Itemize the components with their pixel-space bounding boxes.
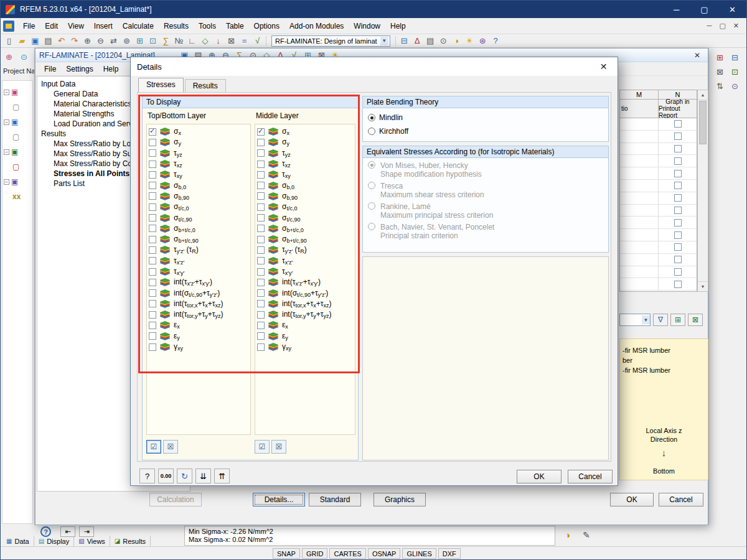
stress-option-row[interactable]: εx <box>255 320 355 330</box>
checkbox[interactable] <box>149 279 156 286</box>
checkbox[interactable] <box>257 225 265 232</box>
menu-calculate[interactable]: Calculate <box>118 19 159 33</box>
import-settings-button[interactable]: ⇊ <box>195 469 211 483</box>
stress-option-row[interactable]: int(τtor,x+τx+τxz) <box>255 299 355 309</box>
tree-node[interactable]: −▣ <box>4 144 31 159</box>
checkbox[interactable] <box>149 139 156 146</box>
mesh-icon[interactable]: ⊠ <box>225 35 238 47</box>
menu-view[interactable]: View <box>63 19 89 33</box>
tree-node[interactable]: −▣ <box>4 174 31 189</box>
rotate-view-icon[interactable]: ⊚ <box>120 35 133 47</box>
checkbox[interactable] <box>674 243 682 251</box>
surface-icon[interactable]: ◇ <box>199 35 212 47</box>
checkbox[interactable] <box>149 225 156 232</box>
stress-option-row[interactable]: σt/c,90 <box>147 212 250 223</box>
module-menu-file[interactable]: File <box>39 63 61 75</box>
print-icon[interactable]: ▤ <box>42 35 55 47</box>
side-results-icon[interactable]: ⊡ <box>728 65 741 78</box>
grid-icon[interactable]: ⊞ <box>133 35 146 47</box>
column-header-m[interactable]: M <box>619 90 659 100</box>
tree-node[interactable]: −▣ <box>4 85 31 100</box>
modules-icon[interactable]: ⊛ <box>476 35 489 47</box>
status-toggle-dxf[interactable]: DXF <box>438 548 461 559</box>
checkbox[interactable] <box>149 246 156 254</box>
stress-option-row[interactable]: γxy <box>255 342 355 352</box>
details-button[interactable]: Details... <box>253 493 305 506</box>
checkbox[interactable] <box>149 128 156 136</box>
tables-icon[interactable]: ⊟ <box>398 35 411 47</box>
stress-option-row[interactable]: int(τtor,y+τy+τyz) <box>147 309 250 320</box>
stress-option-row[interactable]: int(τx'z'+τx'y') <box>255 277 355 287</box>
tab-results[interactable]: Results <box>185 79 226 92</box>
checkbox[interactable] <box>257 192 265 200</box>
render-icon[interactable]: ◑ <box>450 35 463 47</box>
close-button[interactable]: ✕ <box>718 1 746 18</box>
stress-option-row[interactable]: σb,90 <box>147 191 250 202</box>
checkbox[interactable] <box>674 157 682 165</box>
ok-button[interactable]: OK <box>610 493 654 506</box>
stress-option-row[interactable]: σb,90 <box>255 191 355 202</box>
radio-mindlin[interactable]: Mindlin <box>368 111 608 124</box>
menu-options[interactable]: Options <box>249 19 284 33</box>
checkbox[interactable] <box>149 171 156 179</box>
stress-option-row[interactable]: τx'z' <box>255 256 355 266</box>
expander-icon[interactable]: − <box>4 119 9 125</box>
tab-stresses[interactable]: Stresses <box>138 78 184 92</box>
ok-button[interactable]: OK <box>517 470 561 483</box>
checkbox[interactable] <box>257 279 265 286</box>
checkbox[interactable] <box>674 145 682 152</box>
menu-window[interactable]: Window <box>349 19 385 33</box>
pan-icon[interactable]: ⇄ <box>107 35 120 47</box>
stress-option-row[interactable]: τx'z' <box>147 256 250 266</box>
help-icon[interactable]: ? <box>489 35 502 47</box>
undo-icon[interactable]: ↶ <box>55 35 68 47</box>
new-model-icon[interactable]: ⊕ <box>2 50 16 63</box>
open-model-icon[interactable]: ⊙ <box>17 50 31 63</box>
scroll-down-icon[interactable]: ▼ <box>698 281 708 291</box>
numbering-icon[interactable]: № <box>172 35 186 47</box>
zoom-in-icon[interactable]: ⊕ <box>81 35 94 47</box>
excel-export-button[interactable]: ⊠ <box>688 314 703 326</box>
close-icon[interactable]: ✕ <box>690 51 704 60</box>
checkbox[interactable] <box>149 182 156 189</box>
status-toggle-glines[interactable]: GLINES <box>402 548 436 559</box>
checkbox[interactable] <box>257 257 265 264</box>
stress-option-row[interactable]: τyz <box>255 148 355 159</box>
checkbox[interactable] <box>257 236 265 243</box>
standard-button[interactable]: Standard <box>309 493 361 506</box>
status-toggle-cartes[interactable]: CARTES <box>329 548 365 559</box>
stress-option-row[interactable]: τy'z' (τR) <box>255 245 355 255</box>
menu-file[interactable]: File <box>18 19 40 33</box>
checkbox[interactable] <box>149 311 156 319</box>
checkbox[interactable] <box>257 149 265 157</box>
panel-tab-data[interactable]: ▦Data <box>2 536 34 546</box>
stress-option-row[interactable]: int(σt/c,90+τy'z') <box>255 287 355 298</box>
stress-option-row[interactable]: σx <box>255 126 355 137</box>
graphics-button[interactable]: Graphics <box>374 493 426 506</box>
tree-node[interactable]: ▢ <box>4 129 31 144</box>
deselect-all-button[interactable]: ☒ <box>271 440 286 454</box>
checkbox[interactable] <box>149 161 156 168</box>
checkbox[interactable] <box>257 311 265 319</box>
filter-button[interactable]: ∇ <box>653 314 668 326</box>
menu-add-on-modules[interactable]: Add-on Modules <box>284 19 349 33</box>
stress-option-row[interactable]: σb,0 <box>147 180 250 190</box>
result-filter-combo[interactable]: ▼ <box>619 314 651 326</box>
stress-option-row[interactable]: τy'z' (τR) <box>147 245 250 255</box>
open-folder-icon[interactable]: ▰ <box>16 35 29 47</box>
checkbox[interactable] <box>257 161 265 168</box>
stress-option-row[interactable]: τx'y' <box>147 266 250 277</box>
checkbox[interactable] <box>257 214 265 222</box>
radio-kirchhoff[interactable]: Kirchhoff <box>368 124 608 138</box>
status-toggle-snap[interactable]: SNAP <box>273 548 300 559</box>
stress-option-row[interactable]: σt/c,0 <box>255 202 355 212</box>
module-menu-help[interactable]: Help <box>98 63 124 75</box>
stress-option-row[interactable]: int(σt/c,90+τy'z') <box>147 287 250 298</box>
stress-option-row[interactable]: εy <box>147 331 250 342</box>
checkbox[interactable] <box>257 139 265 146</box>
tree-node[interactable]: −▣ <box>4 114 31 129</box>
background-color-button[interactable]: ◑ <box>560 528 575 542</box>
mdi-restore-icon[interactable]: ▢ <box>719 22 725 30</box>
sum-icon[interactable]: ∑ <box>159 35 172 47</box>
checkbox[interactable] <box>674 219 682 226</box>
